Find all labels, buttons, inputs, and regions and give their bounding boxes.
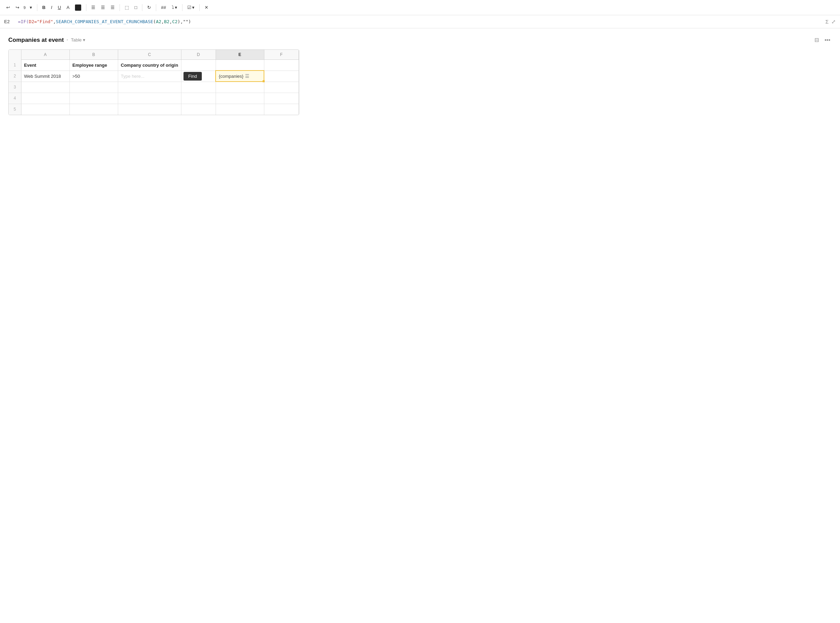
cell-f2[interactable] [264, 71, 298, 81]
cell-a4[interactable] [21, 93, 69, 104]
cell-reference: E2 [4, 19, 15, 24]
check-chevron: ▾ [192, 5, 194, 10]
italic-button[interactable]: I [49, 3, 55, 11]
companies-text: {companies} [219, 74, 243, 79]
undo-button[interactable]: ↩ [4, 3, 12, 11]
table-type-chevron: ▾ [83, 37, 85, 43]
main-content: Companies at event • Table ▾ ⊟ ••• A B [0, 28, 840, 123]
table-header: Companies at event • Table ▾ ⊟ ••• [8, 35, 832, 44]
cell-a3[interactable] [21, 81, 69, 93]
table-type-dropdown[interactable]: Table ▾ [71, 37, 85, 43]
cell-e2[interactable]: {companies} ☰ [216, 71, 264, 81]
cell-b4[interactable] [69, 93, 118, 104]
formula-ref-b2: B2 [164, 19, 170, 24]
cell-d1[interactable] [181, 60, 216, 71]
formula-ref-a2: A2 [156, 19, 161, 24]
row-num-5: 5 [9, 104, 21, 115]
companies-badge: {companies} ☰ [219, 73, 261, 79]
formula-c1: , [161, 19, 164, 24]
cell-a5[interactable] [21, 104, 69, 115]
list-icon: ☰ [245, 73, 249, 79]
rotate-icon: ↻ [147, 5, 151, 10]
col-header-f[interactable]: F [264, 50, 298, 60]
separator-7 [199, 4, 200, 11]
more-options-button[interactable]: ••• [823, 35, 832, 44]
title-separator-dot: • [67, 37, 69, 43]
align-left-button[interactable]: ☰ [89, 3, 98, 11]
history-dropdown[interactable]: ▾ [28, 3, 34, 11]
cell-b5[interactable] [69, 104, 118, 115]
align-right-icon: ☰ [110, 5, 115, 10]
separator-6 [182, 4, 182, 11]
cell-c4[interactable] [118, 93, 181, 104]
cell-e1[interactable] [216, 60, 264, 71]
cell-c1[interactable]: Company country of origin [118, 60, 181, 71]
paint-button[interactable]: ⬚ [123, 3, 131, 11]
cell-f1[interactable] [264, 60, 298, 71]
check-button[interactable]: ☑ ▾ [185, 3, 197, 11]
col-header-a[interactable]: A [21, 50, 69, 60]
cell-c3[interactable] [118, 81, 181, 93]
formula-str1: D2="Find" [29, 19, 53, 24]
find-button[interactable]: Find [184, 72, 202, 81]
color-swatch [75, 5, 81, 11]
cell-f3[interactable] [264, 81, 298, 93]
separator-2 [86, 4, 86, 11]
cell-d5[interactable] [181, 104, 216, 115]
bold-button[interactable]: B [40, 3, 47, 11]
separator-4 [142, 4, 142, 11]
cell-c5[interactable] [118, 104, 181, 115]
cell-a1[interactable]: Event [21, 60, 69, 71]
cell-b3[interactable] [69, 81, 118, 93]
col-header-d[interactable]: D [181, 50, 216, 60]
align-right-button[interactable]: ☰ [109, 3, 117, 11]
history-count: 9 [23, 6, 26, 10]
redo-button[interactable]: ↪ [14, 3, 21, 11]
sum-icon[interactable]: Σ [825, 19, 829, 25]
font-icon: A [67, 5, 70, 10]
wrap-icon: ⤵ [172, 5, 174, 10]
cell-c2[interactable]: Type here... [118, 71, 181, 81]
color-button[interactable] [73, 3, 83, 12]
cell-e4[interactable] [216, 93, 264, 104]
data-table: A B C D E F 1 Event Employee range Compa… [9, 50, 299, 115]
cell-f4[interactable] [264, 93, 298, 104]
cell-f5[interactable] [264, 104, 298, 115]
cell-d3[interactable] [181, 81, 216, 93]
border-button[interactable]: □ [132, 3, 139, 11]
cell-d4[interactable] [181, 93, 216, 104]
formula-bar: E2 =IF(D2="Find",SEARCH_COMPANIES_AT_EVE… [0, 15, 840, 28]
hash-icon: ## [161, 5, 166, 10]
chevron-down-icon: ▾ [30, 5, 32, 10]
cell-e3[interactable] [216, 81, 264, 93]
undo-icon: ↩ [6, 5, 10, 10]
col-header-b[interactable]: B [69, 50, 118, 60]
table-actions: ⊟ ••• [813, 35, 832, 44]
table-title: Companies at event [8, 37, 64, 44]
cell-b2[interactable]: >50 [69, 71, 118, 81]
rotate-button[interactable]: ↻ [145, 3, 153, 11]
wrap-button[interactable]: ⤵ ▾ [170, 3, 179, 11]
hash-button[interactable]: ## [159, 3, 168, 11]
clear-button[interactable]: ✕ [202, 3, 210, 11]
filter-button[interactable]: ⊟ [813, 35, 820, 44]
clear-icon: ✕ [205, 5, 208, 10]
cell-b1[interactable]: Employee range [69, 60, 118, 71]
font-button[interactable]: A [64, 3, 72, 11]
align-center-button[interactable]: ☰ [99, 3, 107, 11]
check-icon: ☑ [187, 5, 191, 10]
formula-close: ),"") [177, 19, 191, 24]
expand-icon[interactable]: ⤢ [831, 19, 836, 25]
cell-e5[interactable] [216, 104, 264, 115]
row-num-1: 1 [9, 60, 21, 71]
separator-1 [37, 4, 37, 11]
paint-icon: ⬚ [125, 5, 129, 10]
formula-if: =IF( [18, 19, 29, 24]
table-title-area: Companies at event • Table ▾ [8, 37, 85, 44]
formula-func: SEARCH_COMPANIES_AT_EVENT_CRUNCHBASE [56, 19, 153, 24]
col-header-c[interactable]: C [118, 50, 181, 60]
col-header-e[interactable]: E [216, 50, 264, 60]
underline-button[interactable]: U [56, 3, 63, 11]
cell-d2[interactable]: Find [181, 71, 216, 81]
cell-a2[interactable]: Web Summit 2018 [21, 71, 69, 81]
